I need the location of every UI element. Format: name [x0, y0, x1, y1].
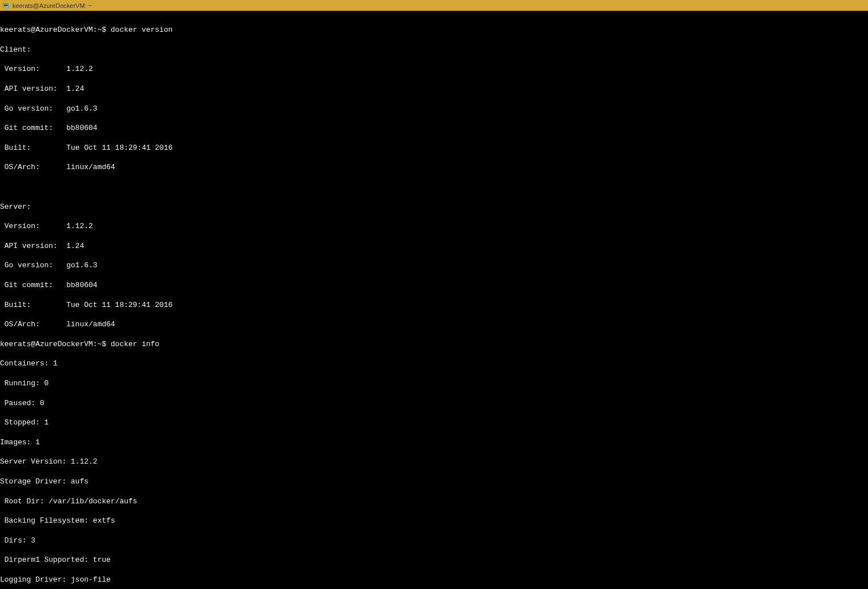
output-line: Built: Tue Oct 11 18:29:41 2016 [0, 143, 868, 153]
output-line: OS/Arch: linux/amd64 [0, 319, 868, 329]
output-line: Server: [0, 202, 868, 212]
output-line: Git commit: bb80604 [0, 123, 868, 133]
output-line: Built: Tue Oct 11 18:29:41 2016 [0, 300, 868, 310]
output-line: Running: 0 [0, 378, 868, 388]
prompt: keerats@AzureDockerVM:~$ [0, 26, 106, 34]
output-line: Containers: 1 [0, 359, 868, 368]
output-line: API version: 1.24 [0, 84, 868, 94]
output-line: Stopped: 1 [0, 418, 868, 427]
output-line: Go version: go1.6.3 [0, 104, 868, 113]
output-line: Images: 1 [0, 437, 868, 447]
blank-line [0, 182, 868, 192]
command-text: docker version [111, 26, 172, 34]
output-line: Logging Driver: json-file [0, 575, 868, 584]
output-line: Server Version: 1.12.2 [0, 457, 868, 466]
prompt: keerats@AzureDockerVM:~$ [0, 340, 106, 348]
command-text: docker info [111, 340, 159, 348]
putty-icon [2, 2, 10, 10]
output-line: Backing Filesystem: extfs [0, 516, 868, 525]
output-line: OS/Arch: linux/amd64 [0, 162, 868, 172]
output-line: Paused: 0 [0, 398, 868, 408]
window-titlebar[interactable]: keerats@AzureDockerVM: ~ [0, 0, 868, 11]
output-line: Storage Driver: aufs [0, 477, 868, 486]
svg-line-2 [9, 2, 10, 3]
output-line: Git commit: bb80604 [0, 280, 868, 290]
output-line: Go version: go1.6.3 [0, 260, 868, 270]
output-line: Dirs: 3 [0, 536, 868, 545]
window-title: keerats@AzureDockerVM: ~ [12, 2, 92, 9]
terminal-output[interactable]: keerats@AzureDockerVM:~$ docker version … [0, 11, 868, 589]
output-line: Version: 1.12.2 [0, 64, 868, 74]
output-line: Client: [0, 45, 868, 54]
output-line: Version: 1.12.2 [0, 221, 868, 231]
svg-rect-1 [4, 4, 8, 6]
output-line: Dirperm1 Supported: true [0, 555, 868, 565]
output-line: Root Dir: /var/lib/docker/aufs [0, 497, 868, 506]
output-line: API version: 1.24 [0, 241, 868, 251]
